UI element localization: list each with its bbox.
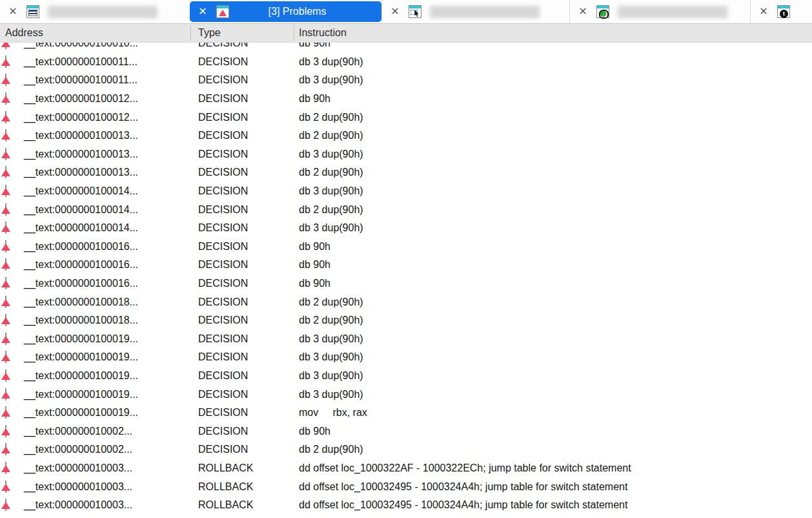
cell-type: DECISION bbox=[190, 185, 291, 197]
warning-triangle-window-icon bbox=[0, 259, 19, 271]
cell-address: __text:0000000100011... bbox=[19, 74, 190, 86]
warning-triangle-window-icon bbox=[0, 43, 19, 49]
cell-type: DECISION bbox=[190, 351, 291, 363]
close-icon[interactable]: ✕ bbox=[578, 6, 588, 17]
table-row[interactable]: __text:000000010003... ROLLBACK dd offse… bbox=[0, 496, 812, 515]
tab-problems[interactable]: ✕ [3] Problems bbox=[190, 1, 381, 22]
table-row[interactable]: __text:0000000100013... DECISION db 3 du… bbox=[0, 145, 812, 164]
cell-type: DECISION bbox=[190, 278, 291, 289]
warning-triangle-window-icon bbox=[0, 426, 19, 437]
column-header-address[interactable]: Address bbox=[5, 24, 43, 42]
warning-triangle-window-icon bbox=[0, 499, 19, 511]
table-row[interactable]: __text:0000000100011... DECISION db 3 du… bbox=[0, 71, 812, 90]
table-row[interactable]: __text:000000010003... ROLLBACK dd offse… bbox=[0, 477, 812, 496]
tab-label: [3] Problems bbox=[238, 6, 374, 17]
cell-address: __text:0000000100014... bbox=[19, 204, 190, 216]
cell-instruction: db 3 dup(90h) bbox=[291, 56, 812, 68]
close-icon[interactable]: ✕ bbox=[8, 6, 18, 17]
warning-triangle-window-icon bbox=[0, 112, 19, 123]
cell-type: DECISION bbox=[190, 241, 291, 253]
table-row[interactable]: __text:0000000100019... DECISION db 3 du… bbox=[0, 385, 812, 404]
cell-instruction: db 2 dup(90h) bbox=[291, 204, 812, 216]
cell-address: __text:0000000100019... bbox=[19, 351, 190, 363]
table-row[interactable]: __text:0000000100019... DECISION mov rbx… bbox=[0, 404, 812, 422]
close-icon[interactable]: ✕ bbox=[198, 6, 208, 17]
cell-instruction: db 90h bbox=[291, 241, 812, 253]
cell-address: __text:0000000100019... bbox=[19, 407, 190, 419]
table-header: Address Type Instruction bbox=[0, 24, 812, 43]
table-row[interactable]: __text:0000000100018... DECISION db 2 du… bbox=[0, 293, 812, 311]
cell-type: ROLLBACK bbox=[190, 462, 291, 474]
tab-1[interactable]: ✕ bbox=[0, 0, 190, 23]
cell-type: ROLLBACK bbox=[190, 499, 291, 511]
table-row[interactable]: __text:0000000100016... DECISION db 90h bbox=[0, 238, 812, 256]
tab-5[interactable]: ✕ t bbox=[750, 0, 812, 23]
cell-address: __text:0000000100019... bbox=[19, 389, 190, 400]
table-row[interactable]: __text:0000000100019... DECISION db 3 du… bbox=[0, 348, 812, 367]
close-icon[interactable]: ✕ bbox=[390, 6, 400, 17]
column-header-instruction[interactable]: Instruction bbox=[299, 24, 347, 42]
table-row[interactable]: __text:0000000100010... DECISION db 90h bbox=[0, 43, 812, 53]
cell-instruction: db 3 dup(90h) bbox=[291, 149, 812, 160]
warning-triangle-window-icon bbox=[0, 389, 19, 400]
table-row[interactable]: __text:0000000100012... DECISION db 90h bbox=[0, 90, 812, 109]
table-row[interactable]: __text:0000000100014... DECISION db 2 du… bbox=[0, 200, 812, 219]
column-divider[interactable] bbox=[294, 25, 294, 41]
cell-address: __text:000000010003... bbox=[19, 499, 190, 511]
table-row[interactable]: __text:000000010003... ROLLBACK dd offse… bbox=[0, 459, 812, 478]
cell-type: DECISION bbox=[190, 315, 291, 326]
cell-address: __text:0000000100013... bbox=[19, 130, 190, 141]
cell-type: DECISION bbox=[190, 444, 291, 455]
table-row[interactable]: __text:0000000100016... DECISION db 90h bbox=[0, 275, 812, 293]
cell-type: DECISION bbox=[190, 130, 291, 141]
table-row[interactable]: __text:000000010002... DECISION db 2 dup… bbox=[0, 440, 812, 459]
cell-address: __text:0000000100016... bbox=[19, 241, 190, 253]
cell-instruction: dd offset loc_100032495 - 1000324A4h; ju… bbox=[291, 481, 812, 493]
warning-triangle-window-icon bbox=[0, 333, 19, 345]
table-row[interactable]: __text:0000000100013... DECISION db 2 du… bbox=[0, 163, 812, 182]
table-row[interactable]: __text:0000000100014... DECISION db 3 du… bbox=[0, 182, 812, 201]
column-header-type[interactable]: Type bbox=[198, 24, 221, 42]
table-row[interactable]: __text:0000000100016... DECISION db 90h bbox=[0, 256, 812, 275]
cell-instruction: db 90h bbox=[291, 426, 812, 437]
warning-triangle-window-icon bbox=[0, 481, 19, 493]
tab-3[interactable]: ✕ bbox=[381, 0, 569, 23]
table-row[interactable]: __text:0000000100011... DECISION db 3 du… bbox=[0, 53, 812, 72]
table-row[interactable]: __text:0000000100018... DECISION db 2 du… bbox=[0, 311, 812, 330]
cell-address: __text:0000000100019... bbox=[19, 333, 190, 345]
cell-instruction: db 2 dup(90h) bbox=[291, 444, 812, 455]
table-row[interactable]: __text:0000000100013... DECISION db 2 du… bbox=[0, 127, 812, 145]
cell-type: DECISION bbox=[190, 370, 291, 382]
table-row[interactable]: __text:0000000100014... DECISION db 3 du… bbox=[0, 219, 812, 238]
warning-triangle-window-icon bbox=[0, 370, 19, 382]
warning-triangle-window-icon bbox=[0, 204, 19, 216]
cell-address: __text:0000000100014... bbox=[19, 222, 190, 234]
cell-instruction: db 90h bbox=[291, 259, 812, 271]
letter-t-window-icon: t bbox=[777, 5, 790, 18]
cell-type: ROLLBACK bbox=[190, 481, 291, 493]
table-row[interactable]: __text:0000000100019... DECISION db 3 du… bbox=[0, 367, 812, 386]
column-divider[interactable] bbox=[190, 25, 191, 41]
cell-address: __text:000000010003... bbox=[19, 481, 190, 493]
warning-triangle-window-icon bbox=[0, 462, 19, 474]
cell-type: DECISION bbox=[190, 222, 291, 234]
cell-instruction: db 3 dup(90h) bbox=[291, 185, 812, 197]
cell-instruction: db 2 dup(90h) bbox=[291, 130, 812, 141]
redacted-label bbox=[430, 6, 540, 18]
table-row[interactable]: __text:000000010002... DECISION db 90h bbox=[0, 422, 812, 440]
cell-address: __text:0000000100018... bbox=[19, 296, 190, 308]
cell-instruction: db 90h bbox=[291, 93, 812, 105]
tab-4[interactable]: ✕ ↓ bbox=[569, 0, 750, 23]
table-row[interactable]: __text:0000000100019... DECISION db 3 du… bbox=[0, 330, 812, 349]
warning-triangle-window-icon bbox=[0, 444, 19, 455]
table-row[interactable]: __text:0000000100012... DECISION db 2 du… bbox=[0, 108, 812, 127]
cell-address: __text:0000000100016... bbox=[19, 259, 190, 271]
cell-instruction: db 2 dup(90h) bbox=[291, 296, 812, 308]
warning-triangle-window-icon bbox=[0, 278, 19, 289]
selection-cursor-window-icon bbox=[409, 5, 421, 18]
hexagon-download-window-icon: ↓ bbox=[596, 5, 609, 18]
warning-triangle-window-icon bbox=[0, 93, 19, 105]
close-icon[interactable]: ✕ bbox=[758, 6, 769, 17]
warning-triangle-window-icon bbox=[0, 296, 19, 308]
warning-triangle-window-icon bbox=[0, 241, 19, 253]
